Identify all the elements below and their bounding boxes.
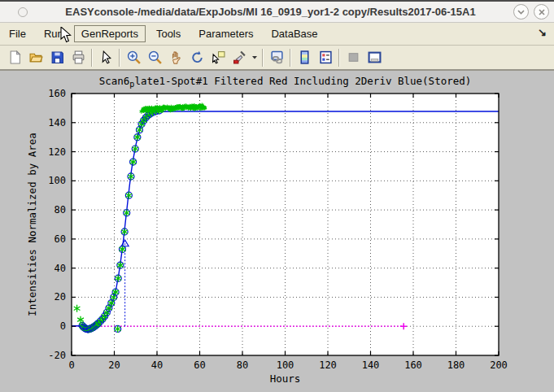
dock-figure-icon: [368, 50, 382, 64]
y-tick-label: -20: [48, 350, 66, 361]
x-tick-label: 0: [68, 359, 74, 371]
x-tick-label: 20: [108, 359, 120, 371]
rotate-3d-button[interactable]: [186, 48, 207, 68]
zoom-in-button[interactable]: [123, 48, 144, 68]
close-icon: [539, 9, 545, 15]
brush-icon: [233, 50, 246, 64]
x-tick-label: 40: [151, 359, 163, 371]
dock-figure-button[interactable]: [364, 48, 385, 68]
figure-canvas: 020406080100120140160180200-200204060801…: [0, 71, 554, 392]
x-tick-label: 120: [319, 359, 337, 371]
save-icon: [50, 50, 64, 64]
open-file-button[interactable]: [25, 48, 46, 68]
menu-file[interactable]: File: [2, 25, 33, 42]
toolbar-separator: [290, 49, 291, 67]
x-tick-label: 80: [237, 359, 248, 371]
print-icon: [72, 50, 85, 64]
y-tick-label: 100: [48, 175, 66, 186]
titlebar: EASYconsole-/media/data/ExpJobs/MI 16_09…: [0, 2, 554, 23]
y-tick-label: 120: [48, 146, 66, 158]
window-menu-button[interactable]: [18, 7, 28, 17]
data-cursor-icon: [212, 50, 225, 64]
zoom-out-button[interactable]: [144, 48, 165, 68]
y-tick-label: 160: [48, 88, 66, 99]
x-tick-label: 200: [490, 359, 508, 371]
toolbar-separator: [338, 49, 340, 67]
link-plots-button[interactable]: [266, 48, 287, 68]
menubar: ↘ FileRunGenReportsToolsParametersDataBa…: [0, 23, 554, 46]
close-button[interactable]: [534, 4, 549, 20]
pointer-icon: [99, 50, 113, 64]
y-tick-label: 40: [55, 263, 66, 274]
new-file-icon: [8, 50, 22, 64]
toolbar-separator: [91, 49, 93, 67]
zoom-in-icon: [127, 50, 141, 64]
y-tick-label: 60: [55, 233, 66, 245]
menu-parameters[interactable]: Parameters: [191, 25, 260, 42]
colorbar-icon: [298, 50, 312, 64]
y-tick-label: 140: [48, 117, 66, 128]
pan-button[interactable]: [165, 48, 186, 68]
plot-title: Scan6plate1-Spot#1 Filtered Red Includin…: [99, 75, 472, 89]
app-window: EASYconsole-/media/data/ExpJobs/MI 16_09…: [0, 0, 554, 392]
menu-database[interactable]: DataBase: [264, 25, 325, 42]
y-tick-label: 20: [55, 291, 66, 303]
legend-icon: [319, 50, 333, 64]
data-cursor-button[interactable]: [207, 48, 229, 68]
insert-colorbar-button[interactable]: [294, 48, 315, 68]
menu-tools[interactable]: Tools: [149, 25, 188, 42]
menubar-resize-arrow-icon[interactable]: ↘: [538, 26, 547, 38]
new-file-button[interactable]: [4, 48, 25, 68]
pan-hand-icon: [169, 50, 183, 64]
hide-plot-tools-button: [342, 48, 364, 68]
toolbar: [0, 46, 554, 71]
toolbar-separator: [262, 49, 264, 67]
x-tick-label: 180: [447, 359, 465, 371]
dropdown-caret-icon: [251, 50, 258, 64]
edit-plot-button[interactable]: [95, 48, 116, 68]
brush-data-button[interactable]: [229, 48, 250, 68]
brush-dropdown-button[interactable]: [250, 48, 260, 68]
toolbar-separator: [119, 49, 120, 67]
rotate-3d-icon: [190, 50, 204, 64]
hide-plot-tools-icon: [347, 50, 360, 64]
y-tick-label: 80: [55, 204, 66, 216]
open-folder-icon: [29, 50, 43, 64]
shade-button[interactable]: [513, 4, 529, 20]
plot-figure: 020406080100120140160180200-200204060801…: [0, 71, 554, 392]
save-figure-button[interactable]: [46, 48, 68, 68]
y-axis-label: Intensities Normalized by Area: [26, 133, 38, 316]
print-figure-button[interactable]: [68, 48, 89, 68]
y-tick-label: 0: [60, 320, 66, 332]
x-tick-label: 160: [404, 359, 422, 371]
x-tick-label: 60: [194, 359, 205, 371]
x-tick-label: 100: [277, 359, 294, 371]
menu-genreports[interactable]: GenReports: [74, 25, 146, 42]
x-axis-label: Hours: [270, 372, 301, 385]
mouse-cursor-icon: [60, 27, 72, 44]
insert-legend-button[interactable]: [315, 48, 336, 68]
link-plots-icon: [270, 50, 284, 64]
x-tick-label: 140: [362, 359, 380, 371]
zoom-out-icon: [148, 50, 162, 64]
chevron-down-icon: [517, 10, 525, 15]
window-title: EASYconsole-/media/data/ExpJobs/MI 16_09…: [28, 6, 513, 18]
